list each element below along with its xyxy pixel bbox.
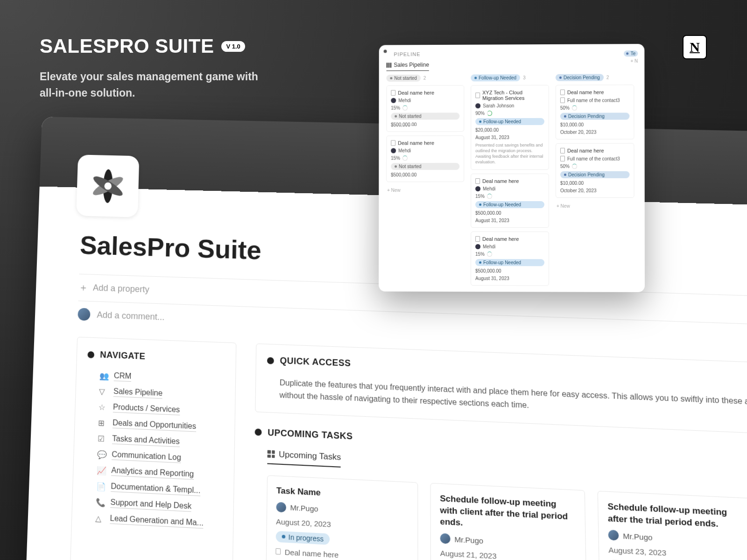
avatar [608,530,619,541]
deal-owner: Mehdi [391,98,459,103]
breadcrumb[interactable]: PIPELINE [394,50,637,57]
avatar [391,98,396,103]
deal-owner: Mehdi [475,186,544,191]
page-icon [391,140,395,146]
add-column-button[interactable]: + N [630,58,638,63]
deal-title: Deal name here [560,148,629,154]
sidebar-item-products-services[interactable]: ☆Products / Services [99,402,224,417]
task-assignee: Mr.Pugo [440,533,576,551]
deal-date: October 20, 2023 [560,130,629,135]
deal-card[interactable]: Deal name hereFull name of the contact35… [556,143,634,198]
quick-access-description: Duplicate the features that you frequent… [279,377,747,423]
avatar [475,244,480,249]
avatar [440,533,451,544]
deal-amount: $500,000.00 [391,122,459,127]
task-title: Task Name [276,485,409,503]
page-icon [560,156,565,161]
nav-icon: ☆ [99,402,107,412]
sidebar-item-support-and-help-desk[interactable]: 📞Support and Help Desk [96,497,223,513]
column-header[interactable]: Decision Pending2 [556,74,634,81]
navigate-panel: NAVIGATE 👥CRM▽Sales Pipeline☆Products / … [70,337,236,560]
deal-date: August 31, 2023 [475,218,544,223]
product-title: SALESPRO SUITE [40,35,214,57]
deal-card[interactable]: Deal name hereMehdi15% Follow-up Needed$… [471,231,549,286]
deal-title: Deal name here [391,90,459,95]
hero-header: SALESPRO SUITE V 1.0 Elevate your sales … [40,35,258,101]
sidebar-item-analytics-and-reporting[interactable]: 📈Analytics and Reporting [97,465,223,481]
nav-icon: ▽ [99,387,108,396]
page-icon [275,548,281,555]
progress-ring-icon [487,194,492,199]
pipeline-overlay-window: PIPELINE Te + N Sales Pipeline Not start… [379,44,645,292]
avatar [78,308,90,321]
sidebar-item-crm[interactable]: 👥CRM [99,371,225,385]
quick-access-panel: QUICK ACCESS Duplicate the features that… [255,343,747,436]
avatar [276,502,286,512]
page-icon [475,236,480,242]
bullet-icon [267,357,274,364]
deal-title: Deal name here [475,178,544,184]
column-header[interactable]: Follow-up Needed3 [471,74,549,82]
board-icon [387,63,392,68]
status-badge: Follow-up Needed [475,259,544,266]
progress-ring-icon [572,164,577,169]
task-date: August 21, 2023 [440,549,576,560]
overlay-right-controls: Te + N [624,50,638,63]
task-card[interactable]: Schedule follow-up meeting after the tri… [598,490,747,560]
add-card-button[interactable]: + New [556,202,634,210]
deal-progress: 50% [560,105,629,110]
column-header[interactable]: Not started2 [387,75,465,82]
progress-ring-icon [402,105,408,111]
upcoming-tasks-tab[interactable]: Upcoming Tasks [267,449,341,468]
task-date: August 20, 2023 [276,517,409,532]
progress-ring-icon [487,111,492,116]
deal-owner: Sarah Johnson [475,103,544,108]
deal-progress: 15% [475,194,544,199]
deal-amount: $500,000.00 [391,172,459,177]
progress-ring-icon [487,252,492,257]
task-date: August 23, 2023 [608,546,747,560]
deal-card[interactable]: Deal name hereFull name of the contact35… [556,84,634,140]
page-icon [391,90,395,96]
notion-logo: N [683,35,707,59]
deal-card[interactable]: Deal name hereMehdi15% Not started$500,0… [386,85,464,132]
deal-progress: 15% [475,252,544,257]
contact-name: Full name of the contact3 [560,156,629,161]
deal-title: Deal name here [560,89,629,95]
board-column: Follow-up Needed3XYZ Tech - Cloud Migrat… [471,74,549,292]
nav-icon: ⊞ [98,418,107,427]
nav-icon: ☑ [98,434,106,443]
status-badge: In progress [276,531,330,545]
add-card-button[interactable]: + New [471,289,549,292]
sidebar-item-deals-and-opportunities[interactable]: ⊞Deals and Opportunities [98,418,224,433]
bullet-icon [255,428,262,436]
deal-card[interactable]: Deal name hereMehdi15% Not started$500,0… [386,135,464,182]
deal-note: Presented cost savings benefits and outl… [475,142,544,165]
task-assignee: Mr.Pugo [276,502,408,518]
sales-pipeline-tab[interactable]: Sales Pipeline [387,62,429,71]
nav-icon: 👥 [99,371,108,380]
board-column: Decision Pending2Deal name hereFull name… [556,74,634,292]
page-icon[interactable] [76,154,139,217]
sidebar-item-sales-pipeline[interactable]: ▽Sales Pipeline [99,386,225,401]
status-badge: Not started [391,163,459,170]
sidebar-item-documentation-templ-[interactable]: 📄Documentation & Templ... [96,481,223,497]
sidebar-item-tasks-and-activities[interactable]: ☑Tasks and Activities [98,434,224,449]
product-subtitle: Elevate your sales management game witha… [40,69,258,101]
plus-icon: ＋ [78,281,88,294]
sidebar-item-lead-generation-and-ma-[interactable]: △Lead Generation and Ma... [95,513,222,530]
progress-ring-icon [402,155,408,161]
deal-amount: $20,000.00 [475,127,544,133]
deal-owner: Mehdi [475,244,544,249]
sidebar-item-communication-log[interactable]: 💬Communication Log [97,449,223,465]
avatar [475,103,480,108]
deal-title: Deal name here [391,140,459,146]
task-card[interactable]: Task NameMr.PugoAugust 20, 2023In progre… [266,475,418,560]
deal-reference[interactable]: Deal name here [275,547,408,560]
deal-card[interactable]: Deal name hereMehdi15% Follow-up Needed$… [471,173,549,227]
task-card[interactable]: Schedule follow-up meeting with client a… [430,483,587,560]
task-assignee: Mr.Pugo [608,530,747,548]
status-badge: Follow-up Needed [475,118,544,125]
deal-card[interactable]: XYZ Tech - Cloud Migration ServicesSarah… [471,85,549,170]
add-card-button[interactable]: + New [386,186,464,195]
